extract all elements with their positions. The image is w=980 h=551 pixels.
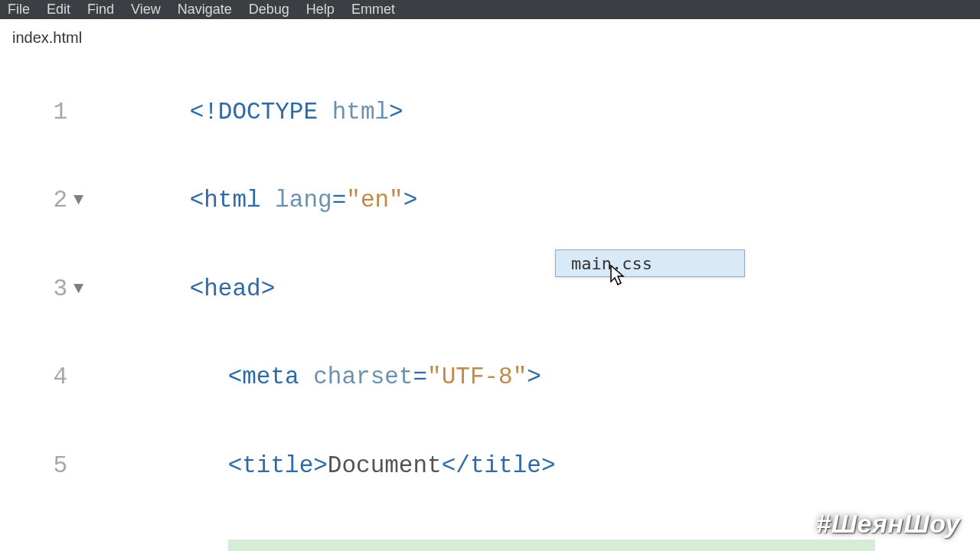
fold-caret-icon[interactable]: ▼ <box>74 281 92 298</box>
fold-caret-icon[interactable]: ▼ <box>74 192 92 209</box>
active-line-highlight: <link rel="stylesheet" href="ma.css"> <box>228 540 875 551</box>
token-tag: <meta <box>228 364 299 390</box>
token-space <box>261 187 276 214</box>
token-attr: lang <box>275 187 332 214</box>
line-number: 5 <box>0 452 74 481</box>
code-editor[interactable]: 1 <!DOCTYPE html> 2 ▼ <html lang="en"> 3… <box>0 51 980 551</box>
line-number: 2 <box>0 186 74 216</box>
code-line[interactable]: 4 <meta charset="UTF-8"> <box>0 334 980 422</box>
token-tag: > <box>527 364 541 390</box>
code-line[interactable]: 5 <title>Document</title> <box>0 422 980 510</box>
token-tag: > <box>403 187 418 214</box>
token-value: "en" <box>346 187 403 214</box>
token-tag: = <box>332 187 347 214</box>
menu-emmet[interactable]: Emmet <box>351 2 395 18</box>
line-number: 1 <box>0 98 74 128</box>
code-line[interactable]: 2 ▼ <html lang="en"> <box>0 157 980 246</box>
token-space <box>299 364 314 390</box>
menu-navigate[interactable]: Navigate <box>178 2 232 18</box>
token-tag: <!DOCTYPE <box>190 99 318 126</box>
token-tag: = <box>413 364 427 390</box>
menu-file[interactable]: File <box>8 2 30 18</box>
menu-help[interactable]: Help <box>306 2 335 18</box>
token-attr: html <box>332 99 389 126</box>
tab-bar: index.html <box>0 19 980 51</box>
token-tag: <head> <box>190 276 276 302</box>
menu-edit[interactable]: Edit <box>47 2 70 18</box>
menubar: File Edit Find View Navigate Debug Help … <box>0 0 980 19</box>
token-tag: </title> <box>442 452 556 479</box>
menu-debug[interactable]: Debug <box>249 2 289 18</box>
code-line[interactable]: 1 <!DOCTYPE html> <box>0 68 980 157</box>
menu-find[interactable]: Find <box>87 2 114 18</box>
autocomplete-popup[interactable]: main.css <box>555 249 745 277</box>
token-text: Document <box>328 452 442 479</box>
autocomplete-item[interactable]: main.css <box>571 254 652 273</box>
token-tag: <title> <box>228 452 328 479</box>
watermark: #ШеянШоу <box>816 509 960 539</box>
line-number: 3 <box>0 275 74 305</box>
menu-view[interactable]: View <box>131 2 161 18</box>
token-tag: > <box>389 99 403 126</box>
line-number: 4 <box>0 363 74 393</box>
token-tag: <html <box>190 187 261 214</box>
token-attr: charset <box>313 364 413 390</box>
tab-index-html[interactable]: index.html <box>0 23 94 51</box>
token-value: "UTF-8" <box>427 364 527 390</box>
code-line[interactable]: 3 ▼ <head> <box>0 245 980 334</box>
token-tag <box>318 99 332 126</box>
